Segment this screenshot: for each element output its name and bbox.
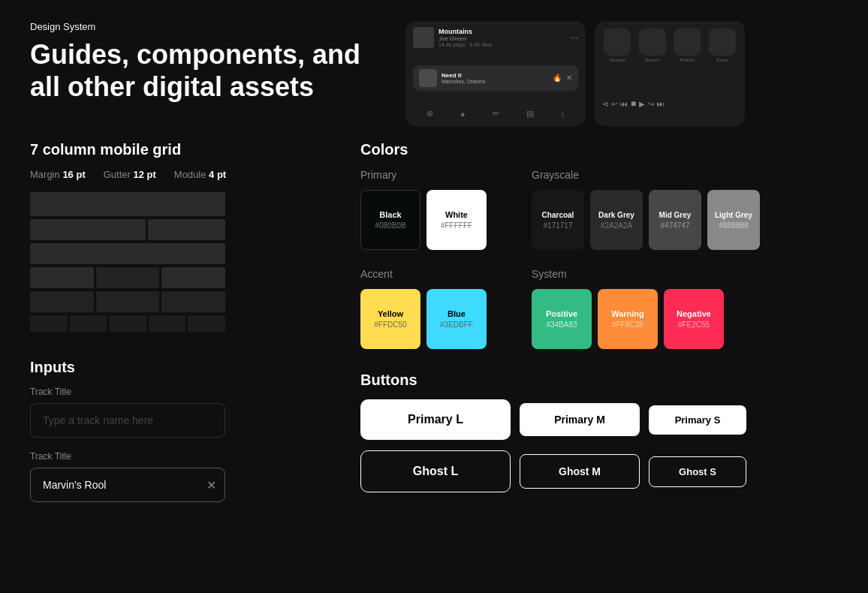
grayscale-swatches: Charcoal #171717 Dark Grey #2A2A2A Mid G…	[532, 190, 760, 250]
yellow-swatch: Yellow #FFDC50	[360, 289, 420, 349]
positive-swatch: Positive #34BA83	[532, 289, 592, 349]
track-title-label2: Track Title	[30, 451, 300, 462]
system-swatches: Positive #34BA83 Warning #FF8C38 Negativ…	[532, 289, 760, 349]
track-title-group-empty: Track Title	[30, 387, 300, 438]
primary-swatches: Black #080B0B White #FFFFFF	[360, 190, 487, 250]
ghost-buttons-row: Ghost L Ghost M Ghost S	[360, 450, 838, 492]
track-title-input-empty[interactable]	[30, 403, 225, 438]
warning-swatch: Warning #FF8C38	[598, 289, 658, 349]
primary-l-button[interactable]: Primary L	[360, 399, 511, 440]
grid-screen-mockup: Suntest Recent Publish Extra ⊲ ↩ ⏮	[595, 21, 745, 126]
track-title-label: Track Title	[30, 387, 300, 397]
light-grey-swatch: Light Grey #888888	[707, 190, 760, 250]
accent-swatches: Yellow #FFDC50 Blue #3EDBFF	[360, 289, 487, 349]
mobile-grid-visual	[30, 192, 225, 332]
music-player-mockup: Mountains Joe Green 14.4k plays · 3.4K l…	[405, 21, 586, 126]
buttons-grid: Primary L Primary M Primary S Ghost L Gh…	[360, 399, 838, 492]
design-system-label: Design System	[30, 21, 375, 32]
blue-swatch: Blue #3EDBFF	[426, 289, 487, 349]
dark-grey-swatch: Dark Grey #2A2A2A	[590, 190, 643, 250]
colors-section-title: Colors	[360, 141, 838, 158]
main-title: Guides, components, and all other digita…	[30, 38, 375, 103]
ghost-s-button[interactable]: Ghost S	[649, 456, 746, 487]
clear-input-button[interactable]: ✕	[206, 478, 216, 492]
system-color-label: System	[532, 268, 760, 280]
track-title-input-wrapper: ✕	[30, 468, 225, 502]
track-title-input-filled[interactable]	[30, 468, 225, 502]
negative-swatch: Negative #FE2C55	[664, 289, 724, 349]
primary-color-label: Primary	[360, 169, 487, 181]
accent-color-label: Accent	[360, 268, 487, 280]
ghost-l-button[interactable]: Ghost L	[360, 450, 511, 492]
primary-s-button[interactable]: Primary S	[649, 405, 746, 435]
black-swatch: Black #080B0B	[360, 190, 420, 250]
white-swatch: White #FFFFFF	[426, 190, 487, 250]
buttons-section-title: Buttons	[360, 372, 838, 389]
grayscale-color-label: Grayscale	[532, 169, 760, 181]
primary-m-button[interactable]: Primary M	[520, 403, 640, 436]
ghost-m-button[interactable]: Ghost M	[520, 454, 640, 489]
inputs-section-title: Inputs	[30, 359, 300, 376]
charcoal-swatch: Charcoal #171717	[532, 190, 584, 250]
track-title-group-filled: Track Title ✕	[30, 451, 300, 502]
primary-buttons-row: Primary L Primary M Primary S	[360, 399, 838, 440]
grid-specs: Margin 16 pt Gutter 12 pt Module 4 pt	[30, 169, 300, 180]
mid-grey-swatch: Mid Grey #474747	[649, 190, 701, 250]
grid-section-title: 7 column mobile grid	[30, 141, 300, 158]
